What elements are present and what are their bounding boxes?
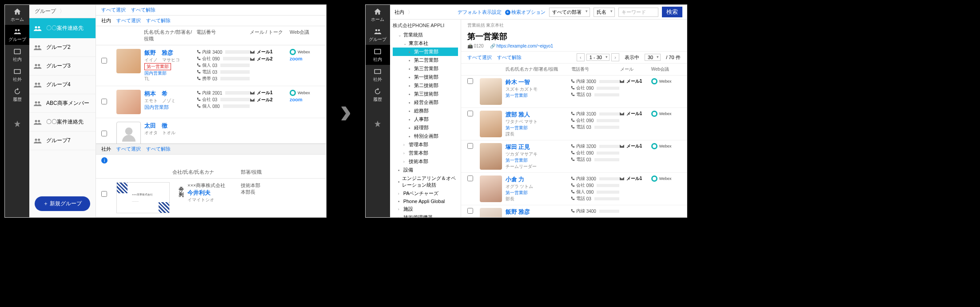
page-size[interactable]: 30 bbox=[645, 54, 661, 61]
avatar bbox=[116, 49, 141, 73]
section-label: 社内 bbox=[101, 17, 111, 24]
select-all-r[interactable]: すべて選択 bbox=[467, 54, 492, 61]
group-item[interactable]: グループ3 bbox=[29, 57, 96, 76]
row-checkbox[interactable] bbox=[101, 131, 107, 136]
deselect-all-shanai[interactable]: すべて解除 bbox=[146, 17, 171, 24]
tree-node[interactable]: •第二営業部 bbox=[393, 56, 458, 64]
tree-node[interactable]: •人事部 bbox=[393, 115, 458, 124]
svg-point-14 bbox=[35, 120, 37, 122]
page-prev[interactable]: ‹ bbox=[577, 53, 585, 61]
tree-node[interactable]: •特別企画部 bbox=[393, 132, 458, 140]
tree-node[interactable]: •総務部 bbox=[393, 107, 458, 115]
avatar bbox=[480, 78, 502, 105]
tree-node[interactable]: ›管理本部 bbox=[393, 140, 458, 149]
svg-point-8 bbox=[35, 64, 37, 66]
person-name[interactable]: 柄本 希 bbox=[144, 90, 196, 98]
svg-rect-22 bbox=[374, 69, 381, 73]
svg-point-18 bbox=[125, 128, 132, 135]
deselect-all-r[interactable]: すべて解除 bbox=[497, 54, 522, 61]
person-name[interactable]: 小倉 力 bbox=[506, 175, 570, 183]
search-options[interactable]: +検索オプション bbox=[505, 9, 546, 16]
row-checkbox[interactable] bbox=[467, 143, 473, 149]
url-link[interactable]: 🔗 https://example.com/~eigyo1 bbox=[490, 44, 553, 48]
tree-node[interactable]: ›技術本部 bbox=[393, 157, 458, 166]
tree-node[interactable]: •第二技術部 bbox=[393, 81, 458, 90]
search-button[interactable]: 検索 bbox=[662, 7, 682, 17]
deselect-all[interactable]: すべて解除 bbox=[131, 7, 155, 13]
sb-home-r[interactable]: ホーム bbox=[366, 5, 390, 25]
paginate-bar: すべて選択 すべて解除 ‹ 1 - 30 › 表示中 30 / 70 件 bbox=[461, 51, 687, 64]
group-item[interactable]: グループ2 bbox=[29, 38, 96, 57]
vert-name: 今井 利夫 bbox=[173, 182, 185, 187]
new-group-button[interactable]: ＋ 新規グループ bbox=[35, 196, 90, 211]
sb-star[interactable] bbox=[5, 114, 29, 134]
tree-node[interactable]: •第一営業部 bbox=[393, 48, 458, 56]
svg-point-10 bbox=[35, 83, 37, 85]
tree-node[interactable]: ›営業本部 bbox=[393, 149, 458, 157]
tree-node[interactable]: ›技術管理機器 bbox=[393, 213, 458, 217]
row-checkbox[interactable] bbox=[101, 58, 107, 64]
person-name[interactable]: 飯野 雅彦 bbox=[144, 49, 196, 57]
tree-node[interactable]: •経営企画部 bbox=[393, 98, 458, 107]
sb-shagai-r[interactable]: 社外 bbox=[366, 65, 390, 85]
sb-group-r[interactable]: グループ bbox=[366, 25, 390, 45]
group-item[interactable]: 〇〇案件連絡先 bbox=[29, 113, 96, 132]
person-name[interactable]: 今井利夫 bbox=[187, 189, 241, 197]
deselect-all-shagai[interactable]: すべて解除 bbox=[146, 146, 171, 152]
select-all-shanai[interactable]: すべて選択 bbox=[116, 17, 141, 24]
sb-group[interactable]: グループ bbox=[5, 25, 29, 45]
page-next[interactable]: › bbox=[611, 53, 619, 61]
sb-star-r[interactable] bbox=[366, 114, 390, 134]
sidebar: ホーム グループ 社内 社外 履歴 bbox=[5, 5, 29, 217]
field-select[interactable]: 氏名 bbox=[594, 8, 615, 17]
person-name[interactable]: 太田 徹 bbox=[144, 122, 196, 130]
sb-shagai[interactable]: 社外 bbox=[5, 65, 29, 85]
tree-node[interactable]: •第三営業部 bbox=[393, 64, 458, 73]
group-selected[interactable]: 〇〇案件連絡先 bbox=[29, 18, 96, 38]
row-checkbox[interactable] bbox=[467, 78, 473, 84]
tree-node[interactable]: •設備 bbox=[393, 166, 458, 174]
row-checkbox[interactable] bbox=[467, 111, 473, 116]
tree-node[interactable]: •経理部 bbox=[393, 124, 458, 132]
person-name[interactable]: 塚田 正見 bbox=[506, 143, 570, 151]
group-item[interactable]: グループ4 bbox=[29, 76, 96, 94]
select-all-shagai[interactable]: すべて選択 bbox=[116, 146, 141, 152]
svg-point-19 bbox=[375, 29, 378, 31]
sb-history[interactable]: 履歴 bbox=[5, 85, 29, 105]
page-range[interactable]: 1 - 30 bbox=[586, 54, 610, 61]
keyword-input[interactable]: キーワード bbox=[618, 8, 658, 17]
main-content-r: 社内〉 デフォルト表示設定 +検索オプション すべての部署 氏名 キーワード 検… bbox=[390, 5, 687, 217]
table-header: 氏名/氏名カナ/部署名/役職 電話番号 メール / トーク Web会議 bbox=[96, 26, 326, 45]
person-name[interactable]: 渡部 雅人 bbox=[506, 111, 570, 119]
sb-shanai-r[interactable]: 社内 bbox=[366, 45, 390, 65]
dept-select[interactable]: すべての部署 bbox=[549, 8, 590, 17]
row-checkbox[interactable] bbox=[467, 175, 473, 181]
rtable-header: 氏名/氏名カナ/部署名/役職 電話番号 メール Web会議 bbox=[461, 64, 687, 76]
sb-history-r[interactable]: 履歴 bbox=[366, 85, 390, 105]
person-name[interactable]: 飯野 雅彦 bbox=[506, 208, 570, 216]
select-all[interactable]: すべて選択 bbox=[101, 7, 126, 13]
ext-table-header: 会社/氏名/氏名カナ 部署/役職 bbox=[96, 166, 326, 179]
tree-node[interactable]: ⌄東京本社 bbox=[393, 39, 458, 48]
row-checkbox[interactable] bbox=[467, 208, 473, 214]
group-item[interactable]: ABC商事メンバー bbox=[29, 94, 96, 113]
sb-shanai[interactable]: 社内 bbox=[5, 45, 29, 65]
sb-home[interactable]: ホーム bbox=[5, 5, 29, 25]
person-name[interactable]: 鈴木 一智 bbox=[506, 78, 570, 86]
tree-node[interactable]: •エンジニアリング＆オペレーション統括 bbox=[393, 174, 458, 189]
tree-node[interactable]: •第一技術部 bbox=[393, 73, 458, 81]
tree-node[interactable]: ›施設 bbox=[393, 205, 458, 213]
row-checkbox[interactable] bbox=[101, 99, 107, 104]
tree-node[interactable]: ⌄営業統括 bbox=[393, 31, 458, 39]
default-display[interactable]: デフォルト表示設定 bbox=[458, 9, 502, 16]
section-shagai: 社外 すべて選択 すべて解除 bbox=[96, 144, 326, 155]
row-checkbox[interactable] bbox=[101, 191, 107, 197]
business-card[interactable]: ×××商事株式会社......... bbox=[116, 182, 170, 213]
group-icon bbox=[374, 28, 382, 36]
tree-node[interactable]: •第三技術部 bbox=[393, 90, 458, 98]
info-icon[interactable]: i bbox=[101, 157, 108, 163]
tree-node[interactable]: •Phone Appli Global bbox=[393, 198, 458, 205]
group-item[interactable]: グループ7 bbox=[29, 132, 96, 150]
section-shanai: 社内 すべて選択 すべて解除 bbox=[96, 16, 326, 26]
tree-node[interactable]: ›PAベンチャーズ bbox=[393, 189, 458, 198]
